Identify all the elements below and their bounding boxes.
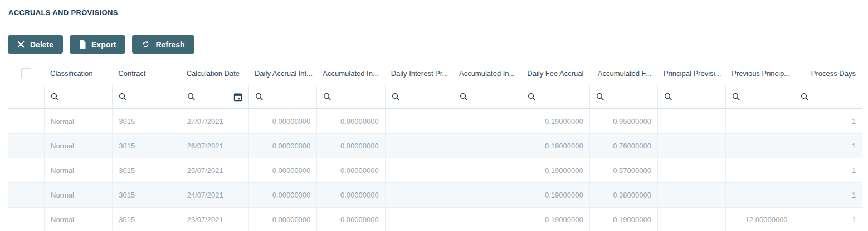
cell-accumulated_fee: 0.76000000 (589, 133, 657, 158)
filter-input-daily_accrual_interest[interactable] (267, 93, 310, 101)
search-icon[interactable] (323, 93, 331, 101)
column-header-select[interactable] (8, 61, 44, 85)
filter-input-daily_fee_accrual[interactable] (539, 93, 583, 101)
column-header-daily_accrual_interest[interactable]: Daily Accrual Int... (248, 61, 316, 85)
cell-daily_interest_provision (385, 207, 453, 231)
cell-accumulated_fee: 0.19000000 (589, 207, 657, 231)
column-header-label: Principal Provisi... (664, 69, 721, 78)
filter-cell-daily_interest_provision[interactable] (385, 85, 453, 109)
search-icon[interactable] (596, 93, 604, 101)
table-row[interactable]: Normal301525/07/20210.000000000.00000000… (8, 158, 862, 182)
column-header-daily_fee_accrual[interactable]: Daily Fee Accrual (521, 61, 589, 85)
filter-cell-accumulated_interest_provision[interactable] (453, 85, 521, 109)
search-icon[interactable] (460, 93, 468, 101)
cell-classification: Normal (44, 109, 112, 133)
cell-accumulated_interest_provision (453, 109, 521, 133)
column-header-process_days[interactable]: Process Days (794, 61, 862, 85)
column-header-accumulated_interest[interactable]: Accumulated In... (316, 61, 384, 85)
search-icon[interactable] (51, 93, 59, 101)
cell-select (8, 182, 44, 207)
cell-classification: Normal (44, 182, 112, 207)
filter-input-accumulated_interest[interactable] (335, 93, 378, 101)
table-row[interactable]: Normal301523/07/20210.000000000.00000000… (8, 207, 862, 231)
column-header-previous_principal[interactable]: Previous Princip... (725, 61, 793, 85)
cell-process_days: 1 (794, 109, 862, 133)
cell-daily_accrual_interest: 0.00000000 (248, 182, 316, 207)
table-row[interactable]: Normal301524/07/20210.000000000.00000000… (8, 182, 862, 207)
filter-input-accumulated_fee[interactable] (608, 93, 651, 101)
filter-cell-calculation_date[interactable] (181, 85, 248, 109)
filter-input-calculation_date[interactable] (199, 93, 230, 101)
filter-input-contract[interactable] (130, 93, 174, 101)
search-icon[interactable] (664, 93, 672, 101)
cell-principal_provision (657, 133, 725, 158)
search-icon[interactable] (255, 93, 264, 101)
filter-input-daily_interest_provision[interactable] (403, 93, 447, 101)
cell-calculation_date: 23/07/2021 (181, 207, 248, 231)
search-icon[interactable] (732, 93, 740, 101)
cell-daily_interest_provision (385, 133, 453, 158)
search-icon[interactable] (801, 93, 809, 101)
filter-cell-principal_provision[interactable] (657, 85, 725, 109)
cell-daily_fee_accrual: 0.19000000 (521, 158, 589, 182)
column-header-label: Classification (50, 69, 93, 78)
table-row[interactable]: Normal301526/07/20210.000000000.00000000… (8, 133, 862, 158)
filter-cell-process_days[interactable] (794, 85, 862, 109)
x-icon (17, 41, 25, 48)
search-icon[interactable] (119, 93, 127, 101)
grid-head: ClassificationContractCalculation DateDa… (8, 61, 862, 109)
cell-calculation_date: 25/07/2021 (181, 158, 248, 182)
page-title: ACCRUALS AND PROVISIONS (8, 8, 868, 17)
filter-cell-previous_principal[interactable] (725, 85, 793, 109)
filter-input-accumulated_interest_provision[interactable] (471, 93, 515, 101)
cell-select (8, 207, 44, 231)
search-icon[interactable] (392, 93, 400, 101)
table-row[interactable]: Normal301527/07/20210.000000000.00000000… (8, 109, 862, 133)
filter-input-classification[interactable] (62, 93, 106, 101)
cell-principal_provision (657, 109, 725, 133)
filter-cell-classification[interactable] (44, 85, 112, 109)
cell-previous_principal (725, 158, 793, 182)
header-row: ClassificationContractCalculation DateDa… (8, 61, 862, 85)
cell-accumulated_fee: 0.38000000 (589, 182, 657, 207)
column-header-label: Calculation Date (187, 69, 240, 78)
select-all-checkbox[interactable] (21, 68, 31, 78)
column-header-contract[interactable]: Contract (112, 61, 180, 85)
calendar-icon[interactable] (233, 93, 242, 102)
column-header-accumulated_interest_provision[interactable]: Accumulated In... (453, 61, 521, 85)
column-header-daily_interest_provision[interactable]: Daily Interest Pr... (385, 61, 453, 85)
filter-cell-contract[interactable] (112, 85, 180, 109)
filter-input-principal_provision[interactable] (676, 93, 719, 101)
search-icon[interactable] (187, 93, 196, 101)
column-header-classification[interactable]: Classification (44, 61, 112, 85)
refresh-button[interactable]: Refresh (132, 35, 194, 54)
filter-cell-daily_fee_accrual[interactable] (521, 85, 589, 109)
cell-previous_principal: 12.00000000 (725, 207, 793, 231)
cell-contract: 3015 (112, 158, 180, 182)
cell-accumulated_interest_provision (453, 182, 521, 207)
column-header-calculation_date[interactable]: Calculation Date (181, 61, 248, 85)
cell-accumulated_interest: 0.00000000 (316, 109, 384, 133)
cell-accumulated_fee: 0.57000000 (589, 158, 657, 182)
filter-cell-daily_accrual_interest[interactable] (248, 85, 316, 109)
column-header-label: Contract (118, 69, 145, 78)
column-header-principal_provision[interactable]: Principal Provisi... (657, 61, 725, 85)
filter-cell-accumulated_interest[interactable] (316, 85, 384, 109)
delete-button[interactable]: Delete (8, 35, 63, 54)
delete-button-label: Delete (30, 40, 53, 49)
cell-daily_interest_provision (385, 182, 453, 207)
cell-contract: 3015 (112, 182, 180, 207)
accruals-grid: ClassificationContractCalculation DateDa… (8, 61, 862, 231)
cell-principal_provision (657, 158, 725, 182)
export-button[interactable]: Export (70, 35, 125, 54)
refresh-icon (142, 40, 150, 49)
cell-process_days: 1 (794, 207, 862, 231)
filter-cell-accumulated_fee[interactable] (589, 85, 657, 109)
filter-input-process_days[interactable] (812, 93, 856, 101)
filter-input-previous_principal[interactable] (744, 93, 787, 101)
cell-accumulated_fee: 0.95000000 (589, 109, 657, 133)
cell-accumulated_interest: 0.00000000 (316, 133, 384, 158)
search-icon[interactable] (528, 93, 536, 101)
column-header-accumulated_fee[interactable]: Accumulated F... (589, 61, 657, 85)
cell-select (8, 109, 44, 133)
